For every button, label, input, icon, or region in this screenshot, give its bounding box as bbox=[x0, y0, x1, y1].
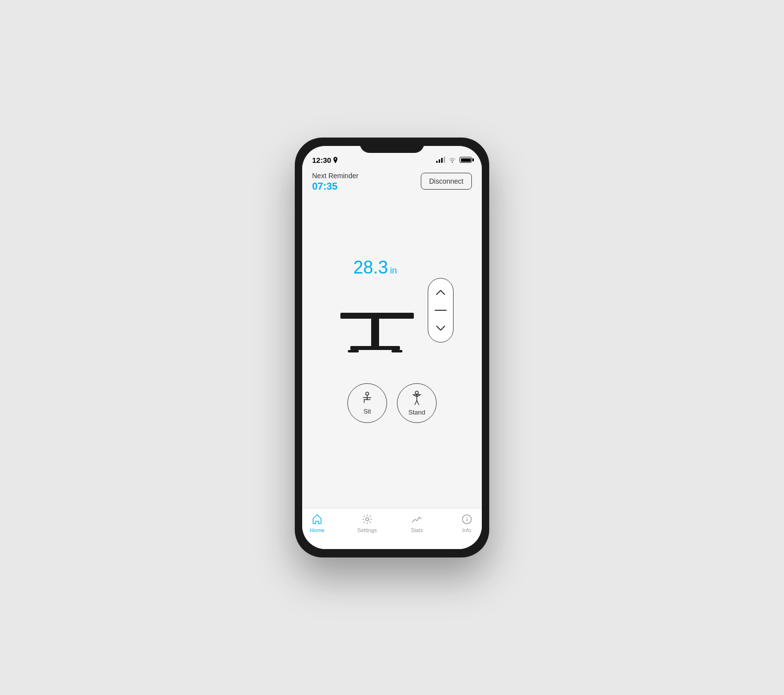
svg-point-12 bbox=[415, 391, 418, 394]
height-display: 28.3 in bbox=[353, 257, 397, 278]
svg-rect-1 bbox=[371, 319, 379, 346]
svg-point-5 bbox=[366, 392, 369, 395]
desk-container: 28.3 in bbox=[330, 257, 454, 363]
tab-stats-label: Stats bbox=[411, 527, 423, 533]
tab-bar: Home Settings Stats bbox=[302, 508, 482, 549]
stand-preset-label: Stand bbox=[408, 409, 425, 416]
height-value: 28.3 bbox=[353, 257, 388, 278]
settings-icon bbox=[361, 513, 373, 525]
tab-info[interactable]: Info bbox=[452, 513, 482, 533]
disconnect-button[interactable]: Disconnect bbox=[421, 173, 472, 190]
signal-icon bbox=[436, 157, 445, 163]
height-control bbox=[428, 278, 454, 343]
app-content: Next Reminder 07:35 Disconnect 28.3 in bbox=[302, 168, 482, 508]
home-icon bbox=[311, 513, 323, 525]
svg-rect-3 bbox=[348, 350, 359, 352]
svg-rect-4 bbox=[392, 350, 402, 352]
status-icons bbox=[436, 157, 472, 163]
reminder-time: 07:35 bbox=[312, 181, 358, 192]
battery-icon bbox=[459, 157, 472, 163]
status-time: 12:30 bbox=[312, 156, 338, 164]
main-area: 28.3 in bbox=[312, 192, 472, 508]
sit-icon bbox=[359, 392, 375, 406]
height-down-button[interactable] bbox=[431, 319, 451, 337]
chevron-up-icon bbox=[436, 289, 446, 296]
stats-icon bbox=[411, 513, 423, 525]
wifi-icon bbox=[448, 157, 457, 163]
time-text: 12:30 bbox=[312, 156, 331, 164]
sit-preset-button[interactable]: Sit bbox=[347, 383, 387, 423]
svg-line-17 bbox=[417, 395, 420, 397]
location-icon bbox=[333, 157, 338, 163]
tab-settings[interactable]: Settings bbox=[352, 513, 382, 533]
phone-screen: 12:30 bbox=[302, 146, 482, 549]
height-up-button[interactable] bbox=[431, 283, 451, 301]
stand-preset-button[interactable]: Stand bbox=[397, 383, 437, 423]
desk-illustration bbox=[330, 284, 420, 363]
control-divider bbox=[435, 310, 447, 311]
phone-notch bbox=[360, 138, 424, 153]
svg-line-14 bbox=[415, 401, 417, 405]
phone-frame: 12:30 bbox=[295, 138, 489, 557]
desk-area: 28.3 in bbox=[330, 257, 420, 363]
sit-preset-label: Sit bbox=[363, 408, 371, 415]
reminder-label: Next Reminder bbox=[312, 172, 358, 180]
tab-home-label: Home bbox=[310, 527, 325, 533]
svg-line-16 bbox=[414, 395, 417, 397]
preset-buttons: Sit bbox=[347, 383, 437, 423]
chevron-down-icon bbox=[436, 325, 446, 332]
app-header: Next Reminder 07:35 Disconnect bbox=[312, 168, 472, 192]
tab-home[interactable]: Home bbox=[302, 513, 332, 533]
svg-rect-0 bbox=[340, 313, 414, 319]
svg-line-15 bbox=[417, 401, 419, 405]
tab-settings-label: Settings bbox=[357, 527, 377, 533]
svg-point-20 bbox=[366, 518, 369, 521]
svg-point-23 bbox=[466, 517, 467, 518]
tab-info-label: Info bbox=[462, 527, 471, 533]
reminder-section: Next Reminder 07:35 bbox=[312, 172, 358, 192]
svg-rect-2 bbox=[350, 346, 400, 350]
tab-stats[interactable]: Stats bbox=[402, 513, 432, 533]
info-icon bbox=[461, 513, 473, 525]
height-unit: in bbox=[390, 266, 397, 276]
stand-icon bbox=[409, 391, 425, 407]
